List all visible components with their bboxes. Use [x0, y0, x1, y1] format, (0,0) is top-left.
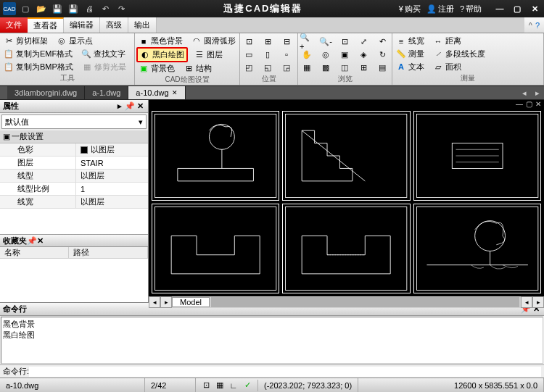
pos-btn-1[interactable]: ⊡ — [242, 35, 256, 48]
zoomext-icon[interactable]: ⤢ — [356, 35, 371, 48]
nav-b2[interactable]: ◎ — [318, 48, 333, 61]
osnap-icon[interactable]: ✓ — [242, 380, 253, 391]
bw-draw-button[interactable]: ◐黑白绘图 — [136, 47, 188, 62]
show-point-button[interactable]: ◎显示点 — [54, 35, 95, 47]
scroll-right-icon[interactable]: ▸ — [160, 296, 172, 308]
copy-emf-button[interactable]: 📋复制为EMF格式 — [1, 48, 75, 60]
smooth-arc-button[interactable]: ◠圆滑弧形 — [189, 35, 238, 47]
fav-pin-icon[interactable]: 📌 — [27, 236, 37, 246]
text-button[interactable]: A文本 — [394, 61, 426, 73]
grid-icon[interactable]: ▦ — [214, 380, 226, 391]
prop-row-layer[interactable]: 图层STAIR — [0, 157, 148, 170]
drawing-canvas[interactable]: —▢✕ ◂ ▸ Model ◂ ▸ — [149, 100, 544, 302]
pos-btn-3[interactable]: ⊟ — [279, 35, 294, 48]
buy-button[interactable]: ¥购买 — [399, 4, 421, 14]
linewidth-button[interactable]: ≡线宽 — [394, 35, 426, 47]
pos-btn-8[interactable]: ◱ — [260, 61, 275, 74]
register-button[interactable]: 👤注册 — [426, 4, 454, 14]
nav-c2[interactable]: ▩ — [318, 61, 333, 74]
fav-close-icon[interactable]: ✕ — [37, 236, 44, 246]
file-tab-2[interactable]: a-10.dwg✕ — [128, 86, 185, 99]
collapse-icon[interactable]: ▣ — [3, 132, 12, 141]
zoomin-icon[interactable]: 🔍+ — [300, 35, 314, 48]
close-button[interactable]: ✕ — [528, 2, 541, 15]
bg-color-button[interactable]: ▣背景色 — [136, 62, 177, 75]
tab-scroll-right[interactable]: ▸ — [531, 86, 544, 99]
tab-editor[interactable]: 编辑器 — [64, 17, 100, 33]
nav-b3[interactable]: ▣ — [337, 48, 352, 61]
prop-row-linetype[interactable]: 线型以图层 — [0, 170, 148, 183]
model-tab[interactable]: Model — [172, 297, 210, 307]
print-icon[interactable]: 🖨 — [83, 2, 96, 15]
pos-btn-4[interactable]: ▭ — [242, 48, 256, 61]
pan-icon[interactable]: ✋ — [300, 48, 314, 61]
help-button[interactable]: ?帮助 — [460, 4, 482, 14]
panel-pin-icon[interactable]: ▸ — [115, 101, 125, 111]
layer-button[interactable]: ☰图层 — [192, 49, 225, 61]
clip-frame-button[interactable]: ✂剪切框架 — [1, 35, 50, 47]
panel-close-icon[interactable]: ✕ — [135, 101, 145, 111]
tab-file[interactable]: 文件 — [0, 17, 28, 33]
panel-pin2-icon[interactable]: 📌 — [125, 101, 135, 111]
zoomout-icon[interactable]: 🔍- — [318, 35, 333, 48]
saveall-icon[interactable]: 💾 — [67, 2, 80, 15]
drawing-tile[interactable] — [413, 204, 541, 293]
command-input[interactable] — [29, 367, 541, 377]
refresh-icon[interactable]: ↻ — [375, 48, 390, 61]
drawing-tile[interactable] — [282, 111, 410, 201]
file-tab-0[interactable]: 3dlamborgini.dwg — [7, 86, 85, 99]
trim-halo-button[interactable]: ▦修剪光晕 — [80, 61, 128, 73]
canvas-close-icon[interactable]: ✕ — [535, 100, 541, 108]
drawing-tile[interactable] — [152, 204, 279, 293]
nav-c3[interactable]: ◫ — [337, 61, 352, 74]
category-row[interactable]: ▣一般设置 — [0, 130, 148, 143]
nav-c4[interactable]: ⊞ — [356, 61, 371, 74]
black-bg-button[interactable]: ■黑色背景 — [136, 35, 185, 47]
scroll-right2-icon[interactable]: ▸ — [532, 296, 544, 308]
copy-bmp-button[interactable]: 📋复制为BMP格式 — [1, 61, 75, 73]
canvas-min-icon[interactable]: — — [516, 100, 523, 108]
pos-btn-2[interactable]: ⊞ — [260, 35, 275, 48]
undo-icon[interactable]: ↶ — [99, 2, 112, 15]
zoomprev-icon[interactable]: ↶ — [375, 35, 390, 48]
close-tab-icon[interactable]: ✕ — [172, 89, 178, 96]
redo-icon[interactable]: ↷ — [115, 2, 128, 15]
ribbon-help-icon[interactable]: ? — [535, 21, 540, 30]
area-button[interactable]: ▱面积 — [431, 61, 463, 73]
polyline-len-button[interactable]: ⟋多段线长度 — [431, 48, 487, 60]
prop-row-ltscale[interactable]: 线型比例1 — [0, 183, 148, 196]
pos-btn-6[interactable]: ▫ — [279, 48, 294, 61]
pos-btn-9[interactable]: ◲ — [279, 61, 294, 74]
minimize-button[interactable]: — — [493, 2, 506, 15]
nav-b4[interactable]: ◈ — [356, 48, 371, 61]
nav-c1[interactable]: ▦ — [300, 61, 314, 74]
pos-btn-5[interactable]: ▯ — [260, 48, 275, 61]
scroll-left-icon[interactable]: ◂ — [149, 296, 160, 308]
open-icon[interactable]: 📂 — [35, 2, 48, 15]
file-tab-1[interactable]: a-1.dwg — [85, 86, 128, 99]
zoomwin-icon[interactable]: ⊡ — [337, 35, 352, 48]
find-text-button[interactable]: 🔍查找文字 — [79, 48, 128, 60]
ortho-icon[interactable]: ∟ — [228, 380, 239, 391]
h-scrollbar[interactable] — [211, 297, 519, 307]
tab-scroll-left[interactable]: ◂ — [518, 86, 531, 99]
canvas-max-icon[interactable]: ▢ — [526, 100, 532, 108]
tab-advanced[interactable]: 高级 — [100, 17, 128, 33]
pos-btn-7[interactable]: ◰ — [242, 61, 256, 74]
new-icon[interactable]: ▢ — [19, 2, 32, 15]
save-icon[interactable]: 💾 — [51, 2, 64, 15]
maximize-button[interactable]: ▢ — [511, 2, 524, 15]
snap-icon[interactable]: ⊡ — [200, 380, 212, 391]
nav-c5[interactable]: ▤ — [375, 61, 390, 74]
structure-button[interactable]: ⊞结构 — [181, 62, 214, 75]
drawing-tile[interactable] — [282, 204, 410, 293]
tab-output[interactable]: 输出 — [128, 17, 157, 33]
prop-row-color[interactable]: 色彩以图层 — [0, 143, 148, 157]
drawing-tile[interactable] — [152, 111, 279, 201]
drawing-tile[interactable] — [413, 111, 541, 201]
ribbon-minimize-icon[interactable]: ^ — [529, 21, 532, 30]
tab-viewer[interactable]: 查看器 — [28, 17, 64, 33]
measure-button[interactable]: 📏测量 — [394, 48, 426, 60]
prop-row-linewidth[interactable]: 线宽以图层 — [0, 196, 148, 209]
default-value-dropdown[interactable]: 默认值▾ — [1, 114, 147, 129]
